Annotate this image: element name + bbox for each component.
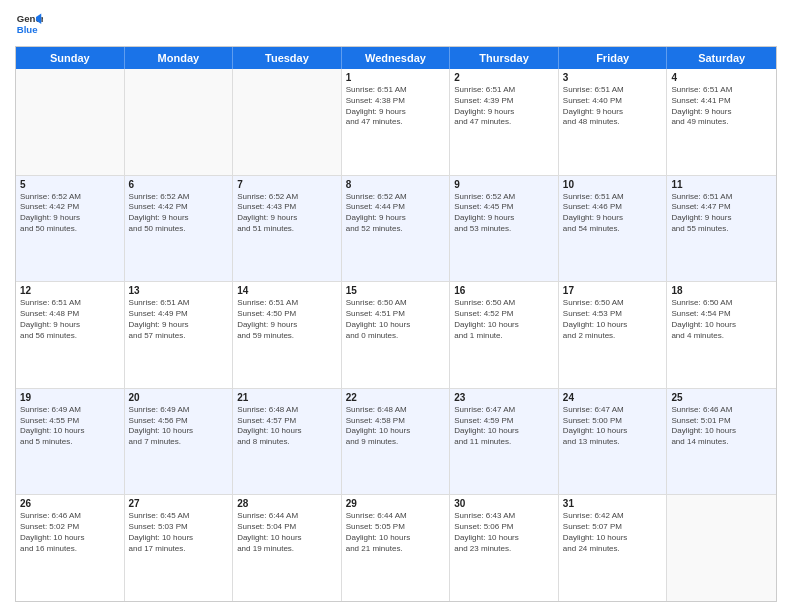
day-cell-12: 12Sunrise: 6:51 AM Sunset: 4:48 PM Dayli… <box>16 282 125 388</box>
day-cell-25: 25Sunrise: 6:46 AM Sunset: 5:01 PM Dayli… <box>667 389 776 495</box>
header-day-friday: Friday <box>559 47 668 69</box>
day-cell-7: 7Sunrise: 6:52 AM Sunset: 4:43 PM Daylig… <box>233 176 342 282</box>
day-number: 18 <box>671 285 772 296</box>
day-number: 20 <box>129 392 229 403</box>
day-details: Sunrise: 6:50 AM Sunset: 4:54 PM Dayligh… <box>671 298 772 341</box>
day-cell-5: 5Sunrise: 6:52 AM Sunset: 4:42 PM Daylig… <box>16 176 125 282</box>
day-number: 5 <box>20 179 120 190</box>
header-day-tuesday: Tuesday <box>233 47 342 69</box>
day-details: Sunrise: 6:47 AM Sunset: 4:59 PM Dayligh… <box>454 405 554 448</box>
day-details: Sunrise: 6:46 AM Sunset: 5:02 PM Dayligh… <box>20 511 120 554</box>
day-details: Sunrise: 6:42 AM Sunset: 5:07 PM Dayligh… <box>563 511 663 554</box>
day-number: 3 <box>563 72 663 83</box>
day-number: 2 <box>454 72 554 83</box>
day-cell-17: 17Sunrise: 6:50 AM Sunset: 4:53 PM Dayli… <box>559 282 668 388</box>
day-number: 16 <box>454 285 554 296</box>
day-number: 4 <box>671 72 772 83</box>
day-cell-13: 13Sunrise: 6:51 AM Sunset: 4:49 PM Dayli… <box>125 282 234 388</box>
day-details: Sunrise: 6:51 AM Sunset: 4:48 PM Dayligh… <box>20 298 120 341</box>
header-day-thursday: Thursday <box>450 47 559 69</box>
header-day-saturday: Saturday <box>667 47 776 69</box>
day-number: 1 <box>346 72 446 83</box>
day-number: 30 <box>454 498 554 509</box>
day-cell-8: 8Sunrise: 6:52 AM Sunset: 4:44 PM Daylig… <box>342 176 451 282</box>
header-day-wednesday: Wednesday <box>342 47 451 69</box>
day-details: Sunrise: 6:49 AM Sunset: 4:56 PM Dayligh… <box>129 405 229 448</box>
day-number: 27 <box>129 498 229 509</box>
day-cell-21: 21Sunrise: 6:48 AM Sunset: 4:57 PM Dayli… <box>233 389 342 495</box>
header-day-sunday: Sunday <box>16 47 125 69</box>
day-details: Sunrise: 6:51 AM Sunset: 4:47 PM Dayligh… <box>671 192 772 235</box>
day-cell-31: 31Sunrise: 6:42 AM Sunset: 5:07 PM Dayli… <box>559 495 668 601</box>
day-details: Sunrise: 6:48 AM Sunset: 4:57 PM Dayligh… <box>237 405 337 448</box>
day-cell-20: 20Sunrise: 6:49 AM Sunset: 4:56 PM Dayli… <box>125 389 234 495</box>
calendar-header-row: SundayMondayTuesdayWednesdayThursdayFrid… <box>16 47 776 69</box>
day-number: 14 <box>237 285 337 296</box>
day-cell-26: 26Sunrise: 6:46 AM Sunset: 5:02 PM Dayli… <box>16 495 125 601</box>
day-cell-29: 29Sunrise: 6:44 AM Sunset: 5:05 PM Dayli… <box>342 495 451 601</box>
day-details: Sunrise: 6:50 AM Sunset: 4:51 PM Dayligh… <box>346 298 446 341</box>
day-number: 26 <box>20 498 120 509</box>
day-details: Sunrise: 6:50 AM Sunset: 4:52 PM Dayligh… <box>454 298 554 341</box>
day-number: 13 <box>129 285 229 296</box>
day-cell-16: 16Sunrise: 6:50 AM Sunset: 4:52 PM Dayli… <box>450 282 559 388</box>
day-cell-30: 30Sunrise: 6:43 AM Sunset: 5:06 PM Dayli… <box>450 495 559 601</box>
day-details: Sunrise: 6:51 AM Sunset: 4:38 PM Dayligh… <box>346 85 446 128</box>
day-cell-18: 18Sunrise: 6:50 AM Sunset: 4:54 PM Dayli… <box>667 282 776 388</box>
day-details: Sunrise: 6:51 AM Sunset: 4:39 PM Dayligh… <box>454 85 554 128</box>
header-day-monday: Monday <box>125 47 234 69</box>
day-details: Sunrise: 6:51 AM Sunset: 4:46 PM Dayligh… <box>563 192 663 235</box>
day-number: 8 <box>346 179 446 190</box>
day-cell-22: 22Sunrise: 6:48 AM Sunset: 4:58 PM Dayli… <box>342 389 451 495</box>
day-number: 29 <box>346 498 446 509</box>
day-number: 9 <box>454 179 554 190</box>
day-details: Sunrise: 6:51 AM Sunset: 4:50 PM Dayligh… <box>237 298 337 341</box>
day-cell-28: 28Sunrise: 6:44 AM Sunset: 5:04 PM Dayli… <box>233 495 342 601</box>
day-details: Sunrise: 6:52 AM Sunset: 4:42 PM Dayligh… <box>129 192 229 235</box>
day-details: Sunrise: 6:50 AM Sunset: 4:53 PM Dayligh… <box>563 298 663 341</box>
day-number: 21 <box>237 392 337 403</box>
day-cell-24: 24Sunrise: 6:47 AM Sunset: 5:00 PM Dayli… <box>559 389 668 495</box>
day-cell-27: 27Sunrise: 6:45 AM Sunset: 5:03 PM Dayli… <box>125 495 234 601</box>
day-number: 10 <box>563 179 663 190</box>
calendar: SundayMondayTuesdayWednesdayThursdayFrid… <box>15 46 777 602</box>
day-cell-9: 9Sunrise: 6:52 AM Sunset: 4:45 PM Daylig… <box>450 176 559 282</box>
day-details: Sunrise: 6:51 AM Sunset: 4:49 PM Dayligh… <box>129 298 229 341</box>
day-number: 7 <box>237 179 337 190</box>
empty-cell <box>16 69 125 175</box>
day-details: Sunrise: 6:52 AM Sunset: 4:43 PM Dayligh… <box>237 192 337 235</box>
calendar-row-2: 12Sunrise: 6:51 AM Sunset: 4:48 PM Dayli… <box>16 282 776 389</box>
svg-text:Blue: Blue <box>17 24 38 35</box>
day-details: Sunrise: 6:44 AM Sunset: 5:04 PM Dayligh… <box>237 511 337 554</box>
day-details: Sunrise: 6:52 AM Sunset: 4:44 PM Dayligh… <box>346 192 446 235</box>
day-cell-3: 3Sunrise: 6:51 AM Sunset: 4:40 PM Daylig… <box>559 69 668 175</box>
calendar-row-4: 26Sunrise: 6:46 AM Sunset: 5:02 PM Dayli… <box>16 495 776 601</box>
calendar-body: 1Sunrise: 6:51 AM Sunset: 4:38 PM Daylig… <box>16 69 776 601</box>
day-number: 12 <box>20 285 120 296</box>
day-details: Sunrise: 6:52 AM Sunset: 4:42 PM Dayligh… <box>20 192 120 235</box>
calendar-row-3: 19Sunrise: 6:49 AM Sunset: 4:55 PM Dayli… <box>16 389 776 496</box>
day-number: 31 <box>563 498 663 509</box>
day-details: Sunrise: 6:43 AM Sunset: 5:06 PM Dayligh… <box>454 511 554 554</box>
day-number: 23 <box>454 392 554 403</box>
calendar-row-0: 1Sunrise: 6:51 AM Sunset: 4:38 PM Daylig… <box>16 69 776 176</box>
day-cell-19: 19Sunrise: 6:49 AM Sunset: 4:55 PM Dayli… <box>16 389 125 495</box>
day-details: Sunrise: 6:44 AM Sunset: 5:05 PM Dayligh… <box>346 511 446 554</box>
day-details: Sunrise: 6:46 AM Sunset: 5:01 PM Dayligh… <box>671 405 772 448</box>
day-number: 11 <box>671 179 772 190</box>
day-number: 25 <box>671 392 772 403</box>
empty-cell <box>233 69 342 175</box>
day-cell-4: 4Sunrise: 6:51 AM Sunset: 4:41 PM Daylig… <box>667 69 776 175</box>
calendar-row-1: 5Sunrise: 6:52 AM Sunset: 4:42 PM Daylig… <box>16 176 776 283</box>
day-number: 17 <box>563 285 663 296</box>
day-number: 24 <box>563 392 663 403</box>
day-details: Sunrise: 6:51 AM Sunset: 4:41 PM Dayligh… <box>671 85 772 128</box>
empty-cell <box>667 495 776 601</box>
day-cell-10: 10Sunrise: 6:51 AM Sunset: 4:46 PM Dayli… <box>559 176 668 282</box>
day-details: Sunrise: 6:48 AM Sunset: 4:58 PM Dayligh… <box>346 405 446 448</box>
day-cell-23: 23Sunrise: 6:47 AM Sunset: 4:59 PM Dayli… <box>450 389 559 495</box>
day-cell-2: 2Sunrise: 6:51 AM Sunset: 4:39 PM Daylig… <box>450 69 559 175</box>
day-number: 15 <box>346 285 446 296</box>
day-cell-1: 1Sunrise: 6:51 AM Sunset: 4:38 PM Daylig… <box>342 69 451 175</box>
day-cell-11: 11Sunrise: 6:51 AM Sunset: 4:47 PM Dayli… <box>667 176 776 282</box>
